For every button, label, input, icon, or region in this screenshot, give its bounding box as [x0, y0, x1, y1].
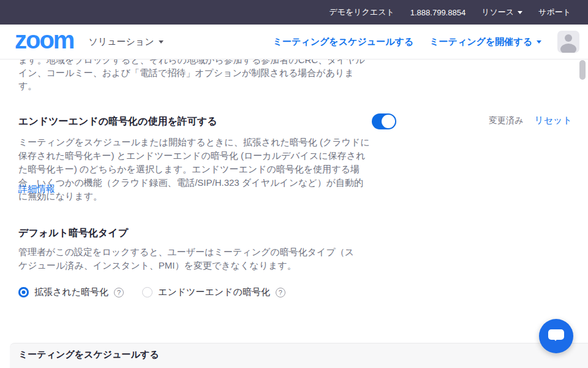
user-avatar[interactable] [557, 31, 579, 53]
host-meeting-menu[interactable]: ミーティングを開催する [429, 36, 541, 48]
radio-selected-icon[interactable] [18, 287, 29, 297]
help-question-icon[interactable]: ? [276, 288, 285, 297]
top-utility-bar: デモをリクエスト 1.888.799.8854 リソース サポート [0, 0, 588, 25]
default-encryption-description: 管理者がこの設定をロックすると、ユーザーはミーティングの暗号化タイプ（スケジュー… [18, 245, 359, 272]
previous-setting-description: ます。地域をブロックすると、それらの地域から参加する参加者のCRC、ダイヤルイン… [18, 59, 369, 92]
chat-bubble-icon [548, 329, 564, 340]
zoom-logo[interactable]: zoom [15, 28, 74, 52]
solutions-label: ソリューション [88, 36, 154, 48]
radio-option-label: 拡張された暗号化 [34, 286, 108, 298]
section-header-title: ミーティングをスケジュールする [18, 349, 588, 361]
radio-option-label: エンドツーエンドの暗号化 [158, 286, 270, 298]
radio-option-e2e[interactable]: エンドツーエンドの暗号化 ? [142, 286, 285, 298]
e2e-setting-description: ミーティングをスケジュールまたは開始するときに、拡張された暗号化 (クラウドに保… [18, 136, 372, 203]
scrollbar-thumb[interactable] [579, 60, 586, 80]
main-header: zoom ソリューション ミーティングをスケジュールする ミーティングを開催する [0, 25, 588, 59]
setting-status: 変更済み リセット [489, 115, 572, 126]
learn-more-link[interactable]: 詳細情報 [18, 183, 55, 195]
request-demo-link[interactable]: デモをリクエスト [329, 7, 394, 18]
support-link[interactable]: サポート [538, 7, 571, 18]
resources-menu[interactable]: リソース [481, 7, 522, 18]
reset-link[interactable]: リセット [534, 115, 571, 126]
radio-option-enhanced[interactable]: 拡張された暗号化 ? [18, 286, 124, 298]
e2e-toggle[interactable] [372, 113, 396, 129]
e2e-setting-title: エンドツーエンドの暗号化の使用を許可する [18, 115, 217, 128]
phone-number-link[interactable]: 1.888.799.8854 [410, 8, 466, 17]
default-encryption-title: デフォルト暗号化タイプ [18, 227, 128, 240]
chevron-down-icon [537, 40, 541, 44]
solutions-menu[interactable]: ソリューション [88, 36, 163, 48]
header-actions: ミーティングをスケジュールする ミーティングを開催する [273, 31, 579, 53]
help-question-icon[interactable]: ? [114, 288, 124, 297]
chevron-down-icon [518, 11, 522, 14]
toggle-knob-icon [382, 115, 395, 128]
host-meeting-label: ミーティングを開催する [429, 36, 532, 48]
encryption-type-options: 拡張された暗号化 ? エンドツーエンドの暗号化 ? [18, 286, 285, 298]
schedule-meeting-link[interactable]: ミーティングをスケジュールする [273, 36, 414, 48]
next-section-header-band: ミーティングをスケジュールする [10, 343, 588, 368]
settings-content: ます。地域をブロックすると、それらの地域から参加する参加者のCRC、ダイヤルイン… [0, 59, 588, 368]
chat-support-button[interactable] [539, 319, 573, 353]
radio-unselected-icon[interactable] [142, 287, 153, 297]
resources-label: リソース [481, 7, 514, 18]
chevron-down-icon [159, 40, 164, 44]
modified-badge: 変更済み [489, 115, 523, 126]
